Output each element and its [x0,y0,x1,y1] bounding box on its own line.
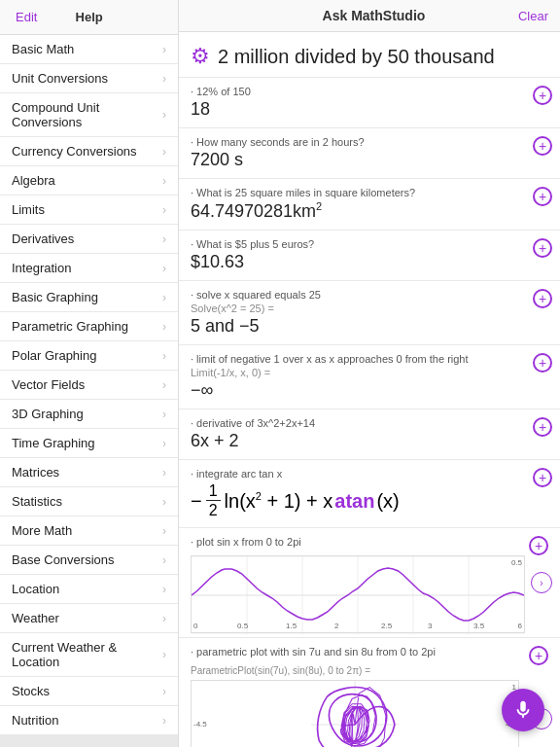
sidebar-item-3d-graphing[interactable]: 3D Graphing› [0,400,178,429]
sidebar-item-label: Limits [12,202,45,217]
sidebar-item-matrices[interactable]: Matrices› [0,458,178,487]
result-item: · solve x squared equals 25 Solve(x^2 = … [179,281,560,345]
chevron-right-icon: › [162,437,166,450]
chevron-right-icon: › [162,108,166,122]
clear-button[interactable]: Clear [518,9,548,23]
sidebar-item-label: Derivatives [12,231,74,246]
result-item: · integrate arc tan x − 1 2 ln(x2 + 1) +… [179,460,560,528]
sidebar-item-label: Statistics [12,494,62,509]
chart-query: · plot sin x from 0 to 2pi [191,536,301,548]
add-button[interactable]: + [533,468,552,487]
sidebar-item-vector-fields[interactable]: Vector Fields› [0,371,178,400]
add-button[interactable]: + [529,646,548,665]
query-text: · derivative of 3x^2+2x+14 [191,417,548,429]
query-text: · integrate arc tan x [191,468,548,480]
top-result-text: 2 million divided by 50 thousand [218,46,495,68]
add-button[interactable]: + [533,289,552,308]
chart-item-parametric: · parametric plot with sin 7u and sin 8u… [179,638,560,747]
sidebar-item-current-weather-&-location[interactable]: Current Weather & Location› [0,633,178,677]
query-text: · limit of negative 1 over x as x approa… [191,353,548,365]
add-button[interactable]: + [533,86,552,105]
sidebar-item-currency-conversions[interactable]: Currency Conversions› [0,137,178,166]
sidebar-item-base-conversions[interactable]: Base Conversions› [0,546,178,575]
plus-circle-icon: + [533,86,552,105]
sidebar-item-algebra[interactable]: Algebra› [0,166,178,196]
sidebar-item-location[interactable]: Location› [0,575,178,604]
sidebar-item-stocks[interactable]: Stocks› [0,677,178,706]
add-button[interactable]: + [533,187,552,206]
sidebar-item-derivatives[interactable]: Derivatives› [0,225,178,254]
sidebar-item-unit-conversions[interactable]: Unit Conversions› [0,64,178,93]
plus-circle-icon: + [533,353,552,373]
query-text: · What is $5 plus 5 euros? [191,238,548,250]
plus-circle-icon: + [533,238,552,258]
plus-circle-icon: + [533,417,552,437]
chevron-right-icon: › [162,583,166,596]
chevron-right-icon: › [162,612,166,625]
gear-icon: ⚙ [191,44,210,69]
add-button[interactable]: + [529,536,548,555]
sidebar-item-label: Parametric Graphing [12,319,128,334]
sidebar-item-weather[interactable]: Weather› [0,604,178,633]
sidebar-item-label: Base Conversions [12,552,115,567]
sidebar-item-label: More Math [12,523,72,538]
chevron-right-icon: › [162,232,166,246]
sidebar-item-more-math[interactable]: More Math› [0,516,178,546]
microphone-button[interactable] [502,689,544,731]
main-title: Ask MathStudio [323,8,426,23]
sidebar-item-time-graphing[interactable]: Time Graphing› [0,429,178,458]
result-text: $10.63 [191,252,548,272]
expand-chart-button[interactable]: › [531,572,552,593]
main-panel: Ask MathStudio Clear ⚙ 2 million divided… [179,0,560,747]
add-button[interactable]: + [533,238,552,258]
chart-item-sin: · plot sin x from 0 to 2pi + [179,528,560,638]
chevron-right-icon: › [162,524,166,538]
sidebar-item-compound-unit-conversions[interactable]: Compound Unit Conversions› [0,93,178,137]
sidebar-item-basic-graphing[interactable]: Basic Graphing› [0,283,178,312]
sidebar-item-label: Integration [12,261,71,275]
add-button[interactable]: + [533,417,552,437]
add-button[interactable]: + [533,353,552,373]
sidebar-item-label: Nutrition [12,713,58,728]
sidebar-item-polar-graphing[interactable]: Polar Graphing› [0,341,178,371]
chevron-right-icon: › [162,262,166,275]
chevron-right-icon: › [162,714,166,728]
query-text: · How many seconds are in 2 hours? [191,136,548,148]
result-text: 7200 s [191,150,548,170]
top-result-item: ⚙ 2 million divided by 50 thousand [179,32,560,78]
sidebar-item-nutrition[interactable]: Nutrition› [0,706,178,735]
sidebar-item-label: Polar Graphing [12,348,96,363]
edit-button[interactable]: Edit [12,8,41,26]
chevron-right-icon: › [162,685,166,698]
parametric-chart: 1 -4.5 4.5 -4.5 -4 -3.5 -3 -2.5 -2 -1.5 … [191,680,519,747]
result-text: 5 and −5 [191,316,548,337]
sidebar-item-label: Basic Math [12,42,74,56]
add-button[interactable]: + [533,136,552,156]
chevron-right-icon: › [162,466,166,480]
result-subtext: Limit(-1/x, x, 0) = [191,367,548,378]
sidebar-item-integration[interactable]: Integration› [0,254,178,283]
chevron-right-icon: › [162,291,166,304]
sidebar-item-label: Currency Conversions [12,144,137,159]
plus-circle-icon: + [533,136,552,156]
sidebar-item-parametric-graphing[interactable]: Parametric Graphing› [0,312,178,341]
result-item: · What is 25 square miles in square kilo… [179,179,560,231]
sidebar-item-basic-math[interactable]: Basic Math› [0,35,178,64]
chevron-right-icon: › [162,553,166,567]
chevron-right-icon: › [162,72,166,86]
sidebar-item-ask-mathstudio[interactable]: Ask MathStudio› [0,743,178,747]
sidebar-items-list: Basic Math›Unit Conversions›Compound Uni… [0,35,178,747]
sidebar-item-label: Algebra [12,173,55,188]
sidebar-item-limits[interactable]: Limits› [0,196,178,225]
content-area: ⚙ 2 million divided by 50 thousand · 12%… [179,32,560,747]
chevron-right-icon: › [162,495,166,509]
chevron-right-icon: › [162,378,166,392]
chevron-right-icon: › [162,320,166,334]
plus-circle-icon: + [533,468,552,487]
sidebar-item-label: Location [12,582,59,596]
sidebar-item-label: Vector Fields [12,377,85,392]
result-item: · How many seconds are in 2 hours? 7200 … [179,128,560,179]
chevron-right-icon: › [162,43,166,56]
sidebar-item-statistics[interactable]: Statistics› [0,487,178,516]
result-item: · derivative of 3x^2+2x+14 6x + 2 + [179,409,560,460]
